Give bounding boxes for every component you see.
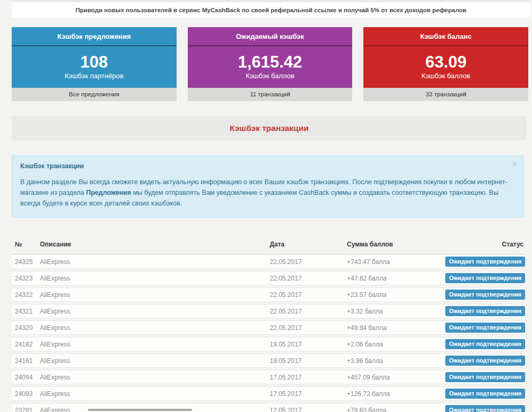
cell-date: 19.05.2017 xyxy=(270,357,347,365)
status-badge: Ожидает подтверждения xyxy=(445,405,525,412)
status-badge: Ожидает подтверждения xyxy=(445,389,525,399)
info-alert: × Кэшбэк транзакции В данном разделе Вы … xyxy=(12,155,524,218)
table-row: 24320 AliExpress 22.05.2017 +49.84 балла… xyxy=(12,320,524,335)
card-cashback-balance-unit: Кэшбэк баллов xyxy=(363,72,528,80)
cell-description: AliExpress xyxy=(40,390,270,398)
page-title: Кэшбэк транзакции xyxy=(230,123,309,133)
status-badge: Ожидает подтверждения xyxy=(445,290,525,300)
cell-date: 17.05.2017 xyxy=(270,374,347,381)
cell-amount: +743.47 балла xyxy=(347,258,445,266)
cell-amount: +126.72 балла xyxy=(347,390,445,398)
cell-date: 22.05.2017 xyxy=(270,291,347,299)
table-row: 24322 AliExpress 22.05.2017 +23.57 балла… xyxy=(12,287,524,302)
card-cashback-offers-footer-link[interactable]: Все предложения xyxy=(12,88,177,101)
horizontal-scrollbar-thumb[interactable] xyxy=(88,409,192,411)
cell-status: Ожидает подтверждения xyxy=(445,306,524,316)
info-alert-title: Кэшбэк транзакции xyxy=(20,162,508,170)
cell-amount: +47.62 балла xyxy=(347,275,445,282)
cell-id: 24325 xyxy=(12,258,40,266)
header-status: Статус xyxy=(445,241,524,248)
cell-date: 12.05.2017 xyxy=(270,407,347,412)
status-badge: Ожидает подтверждения xyxy=(445,306,525,316)
card-cashback-offers-body: 108 Кэшбэк партнёров xyxy=(12,46,177,88)
cell-id: 24093 xyxy=(12,390,40,398)
table-row: 24323 AliExpress 22.05.2017 +47.62 балла… xyxy=(12,271,524,285)
status-badge: Ожидает подтверждения xyxy=(445,273,525,283)
transactions-table: № Описание Дата Сумма баллов Статус 2432… xyxy=(12,236,524,412)
cell-date: 22.05.2017 xyxy=(270,324,347,332)
header-description: Описание xyxy=(40,241,270,248)
cell-id: 24321 xyxy=(12,308,40,315)
transactions-table-header: № Описание Дата Сумма баллов Статус xyxy=(12,236,524,254)
status-badge: Ожидает подтверждения xyxy=(445,356,525,366)
transactions-table-body: 24325 AliExpress 22.05.2017 +743.47 балл… xyxy=(12,254,524,412)
cell-id: 24094 xyxy=(12,374,40,381)
cell-id: 24161 xyxy=(12,357,40,365)
card-cashback-balance-body: 63.09 Кэшбэк баллов xyxy=(363,46,528,88)
card-pending-cashback-value: 1,615.42 xyxy=(188,53,353,72)
close-icon[interactable]: × xyxy=(512,160,517,169)
cell-amount: +23.57 балла xyxy=(347,291,445,299)
cell-description: AliExpress xyxy=(40,341,270,348)
status-badge: Ожидает подтверждения xyxy=(445,339,525,349)
card-pending-cashback-body: 1,615.42 Кэшбэк баллов xyxy=(188,46,353,88)
cell-date: 22.05.2017 xyxy=(270,258,347,266)
card-cashback-offers-title: Кэшбэк предложения xyxy=(12,27,177,46)
section-heading-bar: Кэшбэк транзакции xyxy=(12,116,527,141)
card-cashback-balance-footer-link[interactable]: 33 транзакций xyxy=(363,88,528,101)
status-badge: Ожидает подтверждения xyxy=(445,372,525,382)
cell-status: Ожидает подтверждения xyxy=(445,356,524,366)
cell-amount: +2.06 балла xyxy=(347,341,445,348)
table-row: 24182 AliExpress 19.05.2017 +2.06 балла … xyxy=(12,337,524,351)
table-row: 24321 AliExpress 22.05.2017 +3.32 балла … xyxy=(12,304,524,318)
header-date: Дата xyxy=(270,241,347,248)
cell-description: AliExpress xyxy=(40,357,270,365)
cell-status: Ожидает подтверждения xyxy=(445,257,524,267)
stat-cards-row: Кэшбэк предложения 108 Кэшбэк партнёров … xyxy=(12,27,528,101)
cell-amount: +49.84 балла xyxy=(347,324,445,332)
cell-status: Ожидает подтверждения xyxy=(445,339,524,349)
cell-description: AliExpress xyxy=(40,291,270,299)
header-amount: Сумма баллов xyxy=(347,241,445,248)
cell-date: 19.05.2017 xyxy=(270,341,347,348)
card-cashback-balance-value: 63.09 xyxy=(363,53,528,72)
table-row: 24161 AliExpress 19.05.2017 +3.96 балла … xyxy=(12,353,524,368)
card-cashback-balance: Кэшбэк баланс 63.09 Кэшбэк баллов 33 тра… xyxy=(363,27,528,101)
cell-description: AliExpress xyxy=(40,258,270,266)
table-row: 24093 AliExpress 17.05.2017 +126.72 балл… xyxy=(12,386,524,401)
cell-status: Ожидает подтверждения xyxy=(445,372,524,382)
cell-amount: +3.96 балла xyxy=(347,357,445,365)
cell-description: AliExpress xyxy=(40,275,270,282)
card-pending-cashback-title: Ожидаемый кэшбэк xyxy=(188,27,353,46)
card-cashback-offers-unit: Кэшбэк партнёров xyxy=(12,72,177,80)
cell-status: Ожидает подтверждения xyxy=(445,405,524,412)
cell-description: AliExpress xyxy=(40,374,270,381)
status-badge: Ожидает подтверждения xyxy=(445,323,525,333)
cell-id: 24320 xyxy=(12,324,40,332)
table-row: 24094 AliExpress 17.05.2017 +457.09 балл… xyxy=(12,370,524,384)
card-cashback-offers-value: 108 xyxy=(12,53,177,72)
cell-amount: +78.63 балла xyxy=(347,407,445,412)
cell-amount: +3.32 балла xyxy=(347,308,445,315)
cell-date: 22.05.2017 xyxy=(270,308,347,315)
card-pending-cashback-footer-link[interactable]: 11 транзакций xyxy=(188,88,353,101)
referral-banner: Приводи новых пользователей в сервис MyC… xyxy=(12,0,530,18)
card-cashback-balance-title: Кэшбэк баланс xyxy=(363,27,528,46)
card-pending-cashback-unit: Кэшбэк баллов xyxy=(188,72,353,80)
cell-status: Ожидает подтверждения xyxy=(445,273,524,283)
cell-id: 23781 xyxy=(12,407,40,412)
info-alert-body: В данном разделе Вы всегда сможете видет… xyxy=(20,177,508,209)
cell-id: 24182 xyxy=(12,341,40,348)
status-badge: Ожидает подтверждения xyxy=(445,257,525,267)
cell-id: 24323 xyxy=(12,275,40,282)
cell-id: 24322 xyxy=(12,291,40,299)
card-cashback-offers: Кэшбэк предложения 108 Кэшбэк партнёров … xyxy=(12,27,177,101)
referral-banner-text: Приводи новых пользователей в сервис MyC… xyxy=(76,7,467,13)
table-row: 24325 AliExpress 22.05.2017 +743.47 балл… xyxy=(12,254,524,269)
header-id: № xyxy=(12,241,40,248)
cell-date: 22.05.2017 xyxy=(270,275,347,282)
cell-amount: +457.09 балла xyxy=(347,374,445,381)
cell-status: Ожидает подтверждения xyxy=(445,323,524,333)
cell-date: 17.05.2017 xyxy=(270,390,347,398)
cell-status: Ожидает подтверждения xyxy=(445,290,524,300)
